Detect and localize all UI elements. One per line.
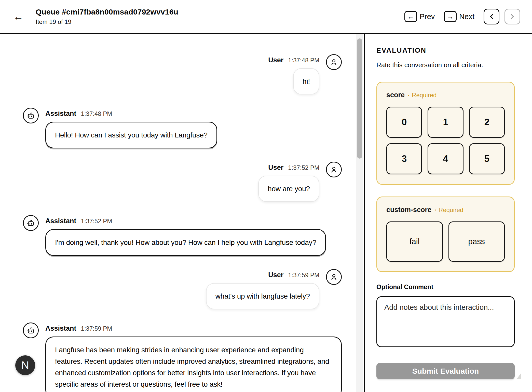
conversation-panel[interactable]: User 1:37:48 PM hi! Assistant 1:37:48 PM [0,34,356,392]
message-header: Assistant 1:37:59 PM [45,325,112,332]
nextjs-dev-badge[interactable]: N [15,355,35,375]
message: User 1:37:59 PM what's up with langfuse … [23,269,342,309]
bot-avatar-icon [23,215,39,231]
message: User 1:37:52 PM how are you? [23,162,342,202]
criterion-options: failpass [386,221,505,262]
user-avatar-icon [326,54,342,70]
criterion-name: custom-score [386,206,431,214]
message-body: Assistant 1:37:48 PM Hello! How can I as… [45,108,217,148]
option-pass-button[interactable]: pass [448,221,505,262]
message-role: Assistant [45,217,76,225]
option-0-button[interactable]: 0 [386,107,422,138]
message-header: Assistant 1:37:52 PM [45,217,112,225]
next-button[interactable]: → [444,11,457,22]
required-badge: ·Required [408,92,436,99]
message-timestamp: 1:37:52 PM [81,218,112,225]
message-role: User [268,164,283,172]
message-header: User 1:37:48 PM [268,56,319,64]
chevron-right-icon [509,13,516,20]
criterion-options: 012345 [386,107,505,174]
option-fail-button[interactable]: fail [386,221,443,262]
comment-input[interactable] [376,296,515,347]
header: ← Queue #cmi7fba8n00msad0792wvv16u Item … [0,0,532,34]
option-1-button[interactable]: 1 [428,107,463,138]
chat-scrollbar-track[interactable] [356,34,363,392]
item-counter: Item 19 of 19 [36,18,178,25]
back-button[interactable]: ← [13,11,23,22]
message: Assistant 1:37:52 PM I'm doing well, tha… [23,215,342,256]
chat-scrollbar-thumb[interactable] [357,38,362,159]
prev-group: ← Prev [404,11,435,22]
message-role: User [268,271,283,279]
message-role: Assistant [45,325,76,332]
next-label: Next [459,12,474,21]
criterion-name: score [386,91,405,99]
user-avatar-icon [326,162,342,177]
message: Assistant 1:37:59 PM Langfuse has been m… [23,323,342,392]
message-role: Assistant [45,110,76,118]
message-body: User 1:37:48 PM hi! [268,54,319,94]
message-timestamp: 1:37:59 PM [81,325,112,332]
option-2-button[interactable]: 2 [469,107,505,138]
message-header: User 1:37:52 PM [268,164,319,172]
message-body: User 1:37:52 PM how are you? [258,162,319,202]
message-bubble: Langfuse has been making strides in enha… [45,337,342,392]
option-3-button[interactable]: 3 [386,143,422,174]
criterion-card: score ·Required 012345 [376,82,515,185]
chat-messages: User 1:37:48 PM hi! Assistant 1:37:48 PM [23,54,342,392]
page-next-button[interactable] [504,9,520,24]
message-timestamp: 1:37:48 PM [81,110,112,117]
evaluation-panel: EVALUATION Rate this conversation on all… [365,34,532,392]
message-timestamp: 1:37:48 PM [288,57,319,64]
message-bubble: Hello! How can I assist you today with L… [45,122,217,148]
message-body: Assistant 1:37:59 PM Langfuse has been m… [45,323,342,392]
message-timestamp: 1:37:52 PM [288,164,319,171]
criterion-header: custom-score ·Required [386,206,505,214]
bot-avatar-icon [23,323,39,338]
submit-evaluation-button[interactable]: Submit Evaluation [376,363,515,379]
message-body: User 1:37:59 PM what's up with langfuse … [206,269,319,309]
required-bullet: · [408,92,410,99]
required-bullet: · [434,206,436,213]
criterion-card: custom-score ·Required failpass [376,197,515,272]
page-prev-button[interactable] [484,9,499,24]
user-avatar-icon [326,269,342,285]
message-bubble: what's up with langfuse lately? [206,283,319,309]
message-timestamp: 1:37:59 PM [288,272,319,279]
message: User 1:37:48 PM hi! [23,54,342,94]
message-role: User [268,56,283,64]
message-bubble: I'm doing well, thank you! How about you… [45,229,326,256]
page-title: Queue #cmi7fba8n00msad0792wvv16u [36,8,178,16]
required-badge: ·Required [434,206,463,214]
message-bubble: hi! [293,68,319,94]
queue-title-block: Queue #cmi7fba8n00msad0792wvv16u Item 19… [36,8,178,25]
evaluation-heading: EVALUATION [376,47,515,54]
criterion-header: score ·Required [386,91,505,99]
next-group: → Next [444,11,474,22]
option-5-button[interactable]: 5 [469,143,505,174]
bot-avatar-icon [23,108,39,123]
message-header: Assistant 1:37:48 PM [45,110,112,118]
resize-grip-icon [516,373,521,379]
prev-label: Prev [420,12,435,21]
prev-button[interactable]: ← [404,11,417,22]
chevron-left-icon [488,13,495,20]
message-bubble: how are you? [258,176,319,202]
option-4-button[interactable]: 4 [428,143,463,174]
comment-label: Optional Comment [376,283,515,291]
criteria-container: score ·Required 012345 custom-score ·Req… [376,82,515,272]
message: Assistant 1:37:48 PM Hello! How can I as… [23,108,342,148]
message-body: Assistant 1:37:52 PM I'm doing well, tha… [45,215,326,256]
evaluation-subheading: Rate this conversation on all criteria. [376,61,515,69]
message-header: User 1:37:59 PM [268,271,319,279]
header-nav: ← Prev → Next [404,9,520,24]
